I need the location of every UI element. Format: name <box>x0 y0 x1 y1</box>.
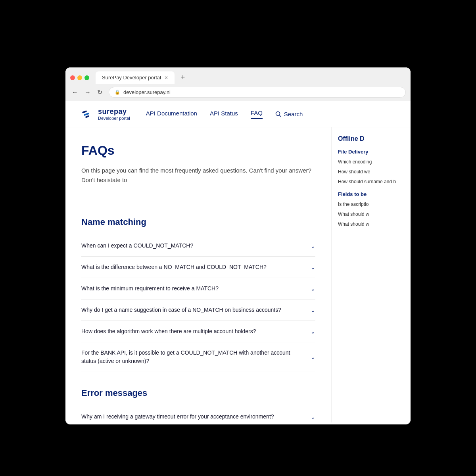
right-sidebar: Offline D File Delivery Which encoding H… <box>331 127 411 422</box>
nav-buttons: ← → ↻ <box>70 88 104 97</box>
traffic-lights <box>70 75 89 80</box>
url-bar[interactable]: 🔒 developer.surepay.nl <box>109 87 406 98</box>
maximize-traffic-light[interactable] <box>84 75 89 80</box>
main-content: FAQs On this page you can find the most … <box>65 127 331 422</box>
page-content: surepay Developer portal API Documentati… <box>65 101 411 422</box>
sidebar-link[interactable]: How should we <box>338 169 404 175</box>
faq-question: When can I expect a COULD_NOT_MATCH? <box>81 242 311 250</box>
sidebar-link[interactable]: What should w <box>338 211 404 218</box>
search-icon <box>275 111 282 117</box>
chevron-down-icon: ⌄ <box>311 328 315 335</box>
tab-bar: SurePay Developer portal ✕ + <box>65 67 411 84</box>
nav-search[interactable]: Search <box>275 111 303 117</box>
forward-button[interactable]: → <box>83 88 92 97</box>
logo-text-area: surepay Developer portal <box>98 107 130 121</box>
nav-link-api-status[interactable]: API Status <box>210 110 238 118</box>
error-messages-section: Error messages Why am I receiving a gate… <box>81 388 315 422</box>
error-messages-title: Error messages <box>81 388 315 398</box>
lock-icon: 🔒 <box>115 90 120 95</box>
name-matching-section: Name matching When can I expect a COULD_… <box>81 217 315 372</box>
faq-item[interactable]: What is the difference between a NO_MATC… <box>81 257 315 278</box>
sidebar-subsection-file-delivery: File Delivery <box>338 149 404 155</box>
nav-links: API Documentation API Status FAQ Search <box>146 109 395 119</box>
chevron-down-icon: ⌄ <box>311 286 315 292</box>
sidebar-subsection-fields: Fields to be <box>338 191 404 197</box>
faq-item[interactable]: For the BANK API, is it possible to get … <box>81 342 315 372</box>
faq-question: What is the minimum requirement to recei… <box>81 284 311 293</box>
surepay-logo-icon <box>81 108 94 121</box>
name-matching-title: Name matching <box>81 217 315 227</box>
address-bar: ← → ↻ 🔒 developer.surepay.nl <box>65 84 411 101</box>
reload-button[interactable]: ↻ <box>96 88 104 97</box>
faq-item[interactable]: How does the algorithm work when there a… <box>81 321 315 342</box>
logo-name: surepay <box>98 107 130 116</box>
close-traffic-light[interactable] <box>70 75 75 80</box>
faq-question: For the BANK API, is it possible to get … <box>81 349 311 365</box>
sidebar-main-title: Offline D <box>338 135 404 142</box>
sidebar-link[interactable]: Which encoding <box>338 159 404 165</box>
faq-item[interactable]: Why do I get a name suggestion in case o… <box>81 299 315 321</box>
faq-question: Why do I get a name suggestion in case o… <box>81 306 311 314</box>
tab-title: SurePay Developer portal <box>102 75 161 81</box>
content-wrapper: FAQs On this page you can find the most … <box>65 127 411 422</box>
section-divider <box>81 201 315 201</box>
faq-item[interactable]: What is the minimum requirement to recei… <box>81 278 315 299</box>
screen-background: SurePay Developer portal ✕ + ← → ↻ 🔒 dev… <box>0 0 476 476</box>
chevron-down-icon: ⌄ <box>311 264 315 271</box>
faq-question: Why am I receiving a gateway timeout err… <box>81 413 311 421</box>
search-label: Search <box>284 111 303 117</box>
faq-question: What is the difference between a NO_MATC… <box>81 263 311 271</box>
nav-link-api-docs[interactable]: API Documentation <box>146 110 197 118</box>
browser-chrome: SurePay Developer portal ✕ + ← → ↻ 🔒 dev… <box>65 67 411 101</box>
page-title: FAQs <box>81 143 315 158</box>
svg-line-4 <box>279 115 281 117</box>
logo-area: surepay Developer portal <box>81 107 130 121</box>
sidebar-link[interactable]: Is the ascriptio <box>338 201 404 208</box>
nav-link-faq[interactable]: FAQ <box>251 109 263 119</box>
back-button[interactable]: ← <box>70 88 80 97</box>
minimize-traffic-light[interactable] <box>77 75 82 80</box>
chevron-down-icon: ⌄ <box>311 414 315 420</box>
sidebar-link[interactable]: How should surname and b <box>338 178 404 185</box>
url-text: developer.surepay.nl <box>123 89 171 95</box>
faq-item[interactable]: When can I expect a COULD_NOT_MATCH? ⌄ <box>81 235 315 257</box>
tab-close-button[interactable]: ✕ <box>164 75 168 81</box>
faq-question: How does the algorithm work when there a… <box>81 327 311 336</box>
chevron-down-icon: ⌄ <box>311 354 315 360</box>
new-tab-button[interactable]: + <box>178 72 188 83</box>
page-description: On this page you can find the most frequ… <box>81 166 315 185</box>
browser-window: SurePay Developer portal ✕ + ← → ↻ 🔒 dev… <box>65 67 411 424</box>
active-tab[interactable]: SurePay Developer portal ✕ <box>96 71 175 84</box>
site-nav: surepay Developer portal API Documentati… <box>65 101 411 127</box>
svg-rect-2 <box>85 115 90 118</box>
faq-item[interactable]: Why am I receiving a gateway timeout err… <box>81 406 315 422</box>
svg-rect-0 <box>82 110 87 113</box>
logo-subtitle: Developer portal <box>98 116 130 121</box>
chevron-down-icon: ⌄ <box>311 243 315 249</box>
chevron-down-icon: ⌄ <box>311 307 315 313</box>
sidebar-link[interactable]: What should w <box>338 221 404 228</box>
